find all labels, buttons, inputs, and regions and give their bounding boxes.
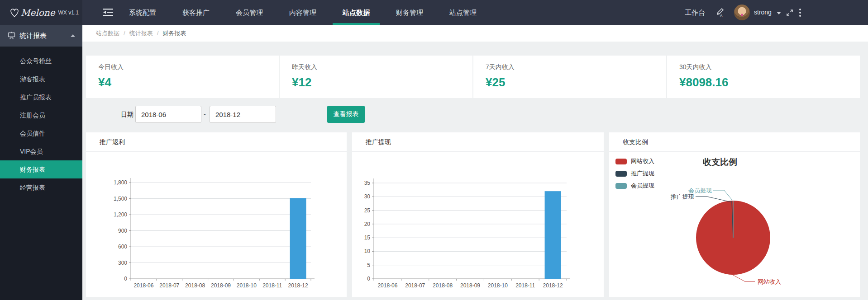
avatar[interactable]: [734, 5, 750, 20]
withdraw-chart-panel: 推广提现 051015202530352018-062018-072018-08…: [352, 132, 604, 297]
svg-text:2018-10: 2018-10: [488, 282, 508, 289]
date-to-input[interactable]: [210, 106, 276, 123]
svg-text:会员提现: 会员提现: [688, 187, 712, 194]
breadcrumb-item: 财务报表: [162, 30, 186, 37]
pie-legend-swatch: [615, 171, 627, 177]
svg-text:2018-09: 2018-09: [460, 282, 480, 289]
sidebar: 统计报表 公众号粉丝游客报表推广员报表注册会员会员信件VIP会员财务报表经营报表: [0, 25, 82, 300]
pie-legend-item[interactable]: 会员提现: [615, 182, 654, 190]
svg-text:1,200: 1,200: [114, 211, 127, 218]
theme-brush-icon[interactable]: A: [715, 8, 724, 17]
stat-card-label: 30天内收入: [679, 63, 860, 71]
svg-text:600: 600: [118, 244, 127, 250]
svg-text:A: A: [720, 14, 723, 17]
stat-card-value: ¥25: [486, 75, 666, 89]
rebate-panel-title: 推广返利: [86, 132, 347, 152]
svg-text:2018-06: 2018-06: [377, 282, 397, 289]
svg-text:2018-07: 2018-07: [405, 282, 425, 289]
more-menu-icon[interactable]: [799, 12, 801, 14]
breadcrumb-separator: /: [124, 30, 125, 37]
svg-text:推广提现: 推广提现: [670, 193, 694, 200]
logo-heart-icon: [9, 7, 20, 18]
workbench-link[interactable]: 工作台: [685, 0, 705, 25]
pie-legend-label: 推广提现: [631, 169, 654, 178]
stat-card-value: ¥4: [98, 75, 279, 89]
chevron-down-icon[interactable]: [777, 12, 781, 14]
stat-card: 7天内收入¥25: [473, 56, 666, 98]
stat-card-label: 今日收入: [98, 63, 279, 71]
svg-text:20: 20: [364, 221, 371, 227]
rebate-bar-chart: 03006009001,2001,5001,8002018-062018-072…: [86, 152, 347, 297]
stat-card-label: 7天内收入: [486, 63, 666, 71]
view-report-button[interactable]: 查看报表: [327, 106, 365, 123]
sidebar-item[interactable]: VIP会员: [0, 142, 82, 160]
chevron-up-icon: [71, 34, 75, 37]
svg-text:2018-12: 2018-12: [288, 282, 308, 289]
svg-text:2018-11: 2018-11: [515, 282, 535, 289]
pie-legend-item[interactable]: 网站收入: [615, 157, 654, 165]
svg-text:300: 300: [118, 260, 127, 266]
withdraw-panel-title: 推广提现: [352, 132, 604, 152]
svg-text:25: 25: [364, 207, 371, 214]
pie-legend-label: 会员提现: [631, 182, 654, 190]
sidebar-item[interactable]: 游客报表: [0, 70, 82, 88]
stat-card-label: 昨天收入: [292, 63, 472, 71]
app-logo: Melone WX v1.1: [0, 0, 82, 25]
svg-text:5: 5: [367, 262, 370, 268]
breadcrumb-item[interactable]: 统计报表: [129, 30, 153, 37]
nav-item[interactable]: 站点数据: [329, 0, 383, 25]
breadcrumb-item[interactable]: 站点数据: [96, 30, 119, 37]
sidebar-item[interactable]: 经营报表: [0, 178, 82, 197]
stat-cards-row: 今日收入¥4昨天收入¥127天内收入¥2530天内收入¥8098.16: [86, 56, 860, 98]
pie-legend-item[interactable]: 推广提现: [615, 169, 654, 178]
top-navbar: Melone WX v1.1 系统配置获客推广会员管理内容管理站点数据财务管理站…: [0, 0, 868, 25]
svg-text:1,500: 1,500: [114, 196, 127, 202]
stat-card: 30天内收入¥8098.16: [667, 56, 860, 98]
nav-item[interactable]: 财务管理: [383, 0, 436, 25]
sidebar-item[interactable]: 推广员报表: [0, 88, 82, 106]
svg-text:2018-08: 2018-08: [433, 282, 453, 289]
nav-item[interactable]: 获客推广: [169, 0, 223, 25]
stat-card-value: ¥12: [292, 75, 472, 89]
pie-legend: 网站收入推广提现会员提现: [615, 157, 654, 194]
username[interactable]: strong: [754, 0, 772, 25]
svg-text:2018-07: 2018-07: [159, 282, 179, 289]
pie-legend-label: 网站收入: [631, 157, 654, 165]
sidebar-item[interactable]: 会员信件: [0, 124, 82, 142]
svg-text:2018-09: 2018-09: [211, 282, 231, 289]
nav-item[interactable]: 系统配置: [116, 0, 169, 25]
date-filter-row: 日期 - 查看报表: [0, 105, 868, 123]
nav-item[interactable]: 会员管理: [223, 0, 276, 25]
fullscreen-icon[interactable]: [786, 9, 794, 17]
nav-item[interactable]: 内容管理: [276, 0, 329, 25]
svg-text:10: 10: [364, 248, 371, 254]
svg-text:2018-06: 2018-06: [134, 282, 153, 289]
date-filter-label: 日期: [121, 105, 134, 123]
sidebar-item[interactable]: 财务报表: [0, 160, 82, 178]
stat-card-value: ¥8098.16: [679, 75, 860, 89]
sidebar-group-label: 统计报表: [19, 25, 47, 47]
svg-text:2018-11: 2018-11: [262, 282, 282, 289]
svg-text:1,800: 1,800: [114, 179, 127, 186]
svg-text:2018-08: 2018-08: [185, 282, 205, 289]
svg-text:网站收入: 网站收入: [758, 278, 781, 285]
ratio-panel-title: 收支比例: [609, 132, 860, 152]
ratio-chart-panel: 收支比例 网站收入推广提现会员提现 收支比例 网站收入推广提现会员提现: [609, 132, 860, 297]
svg-text:2018-12: 2018-12: [543, 282, 563, 289]
report-board-icon: [7, 31, 16, 40]
nav-item[interactable]: 站点管理: [436, 0, 490, 25]
svg-text:900: 900: [118, 228, 127, 234]
sidebar-group-statistics[interactable]: 统计报表: [0, 25, 82, 47]
svg-text:0: 0: [124, 276, 127, 282]
top-nav-menu: 系统配置获客推广会员管理内容管理站点数据财务管理站点管理: [116, 0, 490, 25]
stat-card: 昨天收入¥12: [280, 56, 472, 98]
svg-text:2018-10: 2018-10: [237, 282, 257, 289]
svg-text:35: 35: [364, 180, 371, 186]
brand-version: WX v1.1: [58, 9, 78, 16]
sidebar-item[interactable]: 公众号粉丝: [0, 52, 82, 70]
pie-legend-swatch: [615, 159, 627, 164]
date-from-input[interactable]: [135, 106, 201, 123]
brand-name: Melone: [21, 7, 55, 18]
sidebar-collapse-icon[interactable]: [103, 9, 113, 16]
svg-text:15: 15: [364, 234, 371, 241]
